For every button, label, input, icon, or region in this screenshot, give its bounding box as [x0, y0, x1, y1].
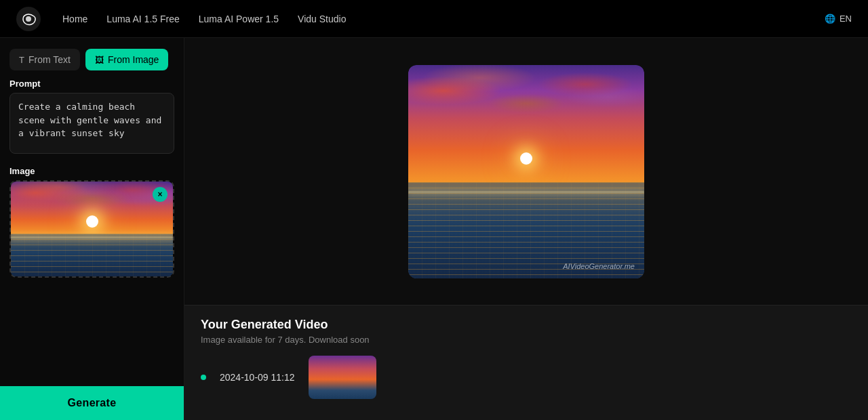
generate-button[interactable]: Generate [0, 386, 184, 420]
text-icon: T [19, 55, 24, 65]
image-label: Image [9, 166, 174, 176]
preview-area: AIVideoGenerator.me [184, 38, 868, 305]
nav-vidu[interactable]: Vidu Studio [298, 14, 346, 24]
main-layout: T From Text 🖼 From Image Prompt Image [0, 38, 868, 420]
nav-luma-free[interactable]: Luma AI 1.5 Free [106, 14, 179, 24]
image-close-button[interactable]: × [153, 187, 167, 202]
svg-point-1 [26, 16, 31, 22]
prompt-label: Prompt [9, 79, 174, 89]
video-row: 2024-10-09 11:12 [201, 356, 852, 399]
lang-label[interactable]: EN [840, 14, 852, 24]
image-section: Image × [9, 166, 174, 278]
image-upload-box[interactable]: × [9, 180, 174, 278]
main-content: AIVideoGenerator.me Your Generated Video… [184, 38, 868, 420]
sidebar-content: Prompt Image × [0, 79, 184, 420]
main-image-wrapper: AIVideoGenerator.me [408, 65, 644, 278]
globe-icon: 🌐 [825, 14, 835, 24]
nav-right: 🌐 EN [825, 14, 852, 24]
sidebar: T From Text 🖼 From Image Prompt Image [0, 38, 184, 420]
navbar: Home Luma AI 1.5 Free Luma AI Power 1.5 … [0, 0, 868, 38]
status-dot [201, 375, 206, 380]
video-section: Your Generated Video Image available for… [184, 305, 868, 420]
video-thumbnail[interactable] [309, 356, 376, 399]
image-icon: 🖼 [95, 55, 104, 65]
prompt-input[interactable] [9, 93, 174, 154]
video-subtitle: Image available for 7 days. Download soo… [201, 335, 852, 345]
tab-row: T From Text 🖼 From Image [0, 38, 184, 79]
watermark-text: AIVideoGenerator.me [563, 262, 635, 270]
video-title: Your Generated Video [201, 318, 852, 332]
tab-from-image[interactable]: 🖼 From Image [85, 49, 168, 70]
video-timestamp: 2024-10-09 11:12 [220, 372, 295, 383]
prompt-section: Prompt [9, 79, 174, 156]
nav-luma-power[interactable]: Luma AI Power 1.5 [199, 14, 279, 24]
logo[interactable] [16, 7, 41, 31]
tab-from-text[interactable]: T From Text [9, 49, 80, 70]
nav-home[interactable]: Home [62, 14, 87, 24]
main-image [408, 65, 644, 278]
nav-links: Home Luma AI 1.5 Free Luma AI Power 1.5 … [62, 14, 825, 24]
